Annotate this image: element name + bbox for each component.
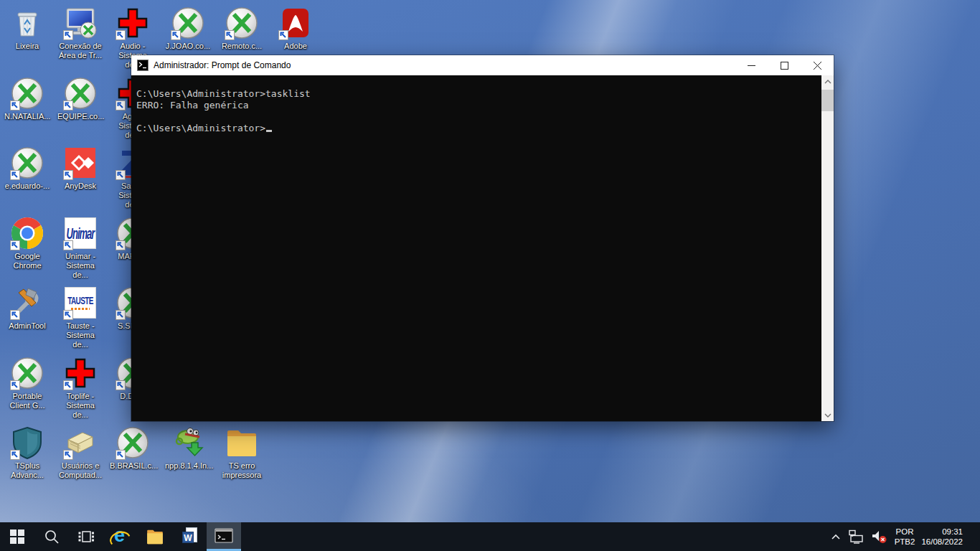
system-tray: POR PTB2 09:31 16/08/2022 bbox=[831, 522, 980, 551]
desktop-icon-anydesk[interactable]: AnyDesk bbox=[57, 146, 103, 191]
internet-explorer-icon: e bbox=[110, 526, 131, 547]
desktop-icon-portable-client[interactable]: Portable Client G... bbox=[4, 356, 50, 410]
internet-explorer-button[interactable]: e bbox=[103, 522, 138, 551]
cmd-window-titlebar[interactable]: Administrador: Prompt de Comando bbox=[131, 55, 834, 75]
search-button[interactable] bbox=[34, 522, 69, 551]
desktop-icon-conexao-rdp[interactable]: Conexão de Área de Tr... bbox=[57, 6, 103, 60]
word-button[interactable]: W bbox=[172, 522, 207, 551]
desktop-icon-label: Google Chrome bbox=[4, 252, 50, 270]
start-button[interactable] bbox=[0, 522, 34, 551]
network-status-icon[interactable] bbox=[847, 529, 864, 544]
desktop-icon-label: e.eduardo-... bbox=[4, 182, 50, 191]
minimize-icon bbox=[748, 62, 755, 70]
shortcut-arrow-icon bbox=[116, 380, 126, 390]
close-button[interactable] bbox=[801, 55, 834, 75]
desktop-icon-label: AdminTool bbox=[4, 321, 50, 331]
cmd-icon bbox=[137, 60, 149, 71]
desktop-icon-label: Unimar - Sistema de... bbox=[57, 252, 103, 280]
word-icon: W bbox=[180, 527, 199, 546]
shortcut-arrow-icon bbox=[116, 30, 126, 40]
desktop-icon-n-natalia[interactable]: N.NATALIA... bbox=[4, 76, 50, 121]
minimize-button[interactable] bbox=[735, 55, 768, 75]
desktop-icon-label: npp.8.1.4.In... bbox=[165, 461, 211, 471]
desktop-icon-label: Lixeira bbox=[4, 42, 50, 51]
shortcut-arrow-icon bbox=[116, 100, 126, 110]
desktop-icon-lixeira[interactable]: Lixeira bbox=[4, 6, 50, 51]
desktop-icon-label: N.NATALIA... bbox=[4, 112, 50, 121]
scrollbar-up-button[interactable] bbox=[821, 75, 834, 88]
maximize-button[interactable] bbox=[768, 55, 801, 75]
shortcut-arrow-icon bbox=[10, 240, 20, 250]
console-scrollbar[interactable] bbox=[821, 75, 834, 421]
shortcut-arrow-icon bbox=[63, 310, 73, 320]
shortcut-arrow-icon bbox=[63, 30, 73, 40]
volume-muted-icon[interactable] bbox=[871, 529, 888, 545]
shortcut-arrow-icon bbox=[10, 380, 20, 390]
cmd-window: Administrador: Prompt de Comando C:\User… bbox=[131, 55, 834, 421]
cmd-icon bbox=[214, 526, 234, 546]
desktop-icon-label: Conexão de Área de Tr... bbox=[57, 42, 103, 60]
shortcut-arrow-icon bbox=[10, 310, 20, 320]
desktop-icon-admintool[interactable]: AdminTool bbox=[4, 286, 50, 331]
desktop-icon-label: Remoto.c... bbox=[219, 42, 265, 51]
shortcut-arrow-icon bbox=[63, 100, 73, 110]
desktop-icon-usuarios-computadores[interactable]: Usuários e Computad... bbox=[57, 425, 103, 480]
chevron-up-icon bbox=[824, 80, 831, 84]
desktop-icon-b-brasil[interactable]: B.BRASIL.c... bbox=[110, 425, 156, 471]
desktop-icon-label: Adobe bbox=[273, 42, 319, 51]
shortcut-arrow-icon bbox=[116, 310, 126, 320]
folder-icon bbox=[225, 425, 259, 460]
desktop-icon-tauste[interactable]: TAUSTE Tauste - Sistema de... bbox=[57, 286, 103, 349]
console-cursor bbox=[266, 130, 272, 132]
desktop-icon-label: AnyDesk bbox=[57, 182, 103, 191]
desktop-icon-label: TS erro impressora bbox=[219, 461, 265, 480]
desktop-icon-npp-installer[interactable]: npp.8.1.4.In... bbox=[165, 425, 211, 471]
shortcut-arrow-icon bbox=[116, 170, 126, 180]
clock[interactable]: 09:31 16/08/2022 bbox=[921, 527, 963, 547]
desktop-icon-e-eduardo[interactable]: e.eduardo-... bbox=[4, 146, 50, 191]
desktop-icon-ts-erro-impressora[interactable]: TS erro impressora bbox=[219, 425, 265, 480]
desktop-wallpaper: Lixeira N.NATALIA... e.eduardo-... Googl… bbox=[0, 0, 980, 522]
scrollbar-thumb[interactable] bbox=[821, 90, 834, 111]
desktop-icon-adobe[interactable]: Adobe bbox=[273, 6, 319, 51]
window-title: Administrador: Prompt de Comando bbox=[154, 60, 735, 70]
shortcut-arrow-icon bbox=[116, 240, 126, 250]
task-view-icon bbox=[77, 528, 95, 545]
console-line: C:\Users\Administrator>tasklist bbox=[136, 88, 821, 100]
shortcut-arrow-icon bbox=[63, 170, 73, 180]
scrollbar-down-button[interactable] bbox=[821, 409, 834, 421]
search-icon bbox=[44, 529, 60, 545]
shortcut-arrow-icon bbox=[63, 450, 73, 460]
file-explorer-button[interactable] bbox=[138, 522, 172, 551]
folder-icon bbox=[146, 527, 164, 546]
notepad-plus-plus-icon bbox=[171, 425, 205, 460]
desktop-icon-label: Portable Client G... bbox=[4, 392, 50, 410]
desktop-icon-label: Tauste - Sistema de... bbox=[57, 321, 103, 349]
desktop-icon-label: TSplus Advanc... bbox=[4, 461, 50, 480]
console-output[interactable]: C:\Users\Administrator>tasklist ERRO: Fa… bbox=[131, 75, 821, 421]
tray-date: 16/08/2022 bbox=[921, 537, 963, 547]
shortcut-arrow-icon bbox=[10, 100, 20, 110]
desktop-icon-tsplus[interactable]: TSplus Advanc... bbox=[4, 425, 50, 480]
desktop-icon-j-joao[interactable]: J.JOAO.co... bbox=[165, 6, 211, 51]
desktop-icon-toplife[interactable]: Toplife - Sistema de... bbox=[57, 356, 103, 420]
desktop-icon-google-chrome[interactable]: Google Chrome bbox=[4, 216, 50, 270]
desktop-icon-equipe[interactable]: EQUIPE.co... bbox=[57, 76, 103, 121]
shortcut-arrow-icon bbox=[10, 450, 20, 460]
task-view-button[interactable] bbox=[69, 522, 103, 551]
console-blank-line bbox=[136, 111, 821, 123]
chevron-down-icon bbox=[824, 413, 831, 418]
console-line: ERRO: Falha genérica bbox=[136, 100, 821, 111]
tray-time: 09:31 bbox=[921, 527, 963, 537]
desktop-icon-label: B.BRASIL.c... bbox=[110, 461, 156, 471]
desktop-icon-unimar[interactable]: Unimar Unimar - Sistema de... bbox=[57, 216, 103, 280]
recycle-bin-icon bbox=[10, 6, 44, 40]
shortcut-arrow-icon bbox=[278, 30, 288, 40]
cmd-taskbar-button[interactable] bbox=[207, 522, 241, 551]
desktop-icon-label: EQUIPE.co... bbox=[57, 112, 103, 121]
desktop-icon-remoto[interactable]: Remoto.c... bbox=[219, 6, 265, 51]
maximize-icon bbox=[781, 62, 788, 70]
tray-expand-button[interactable] bbox=[831, 533, 841, 540]
shortcut-arrow-icon bbox=[171, 30, 181, 40]
language-indicator[interactable]: POR PTB2 bbox=[895, 527, 915, 547]
